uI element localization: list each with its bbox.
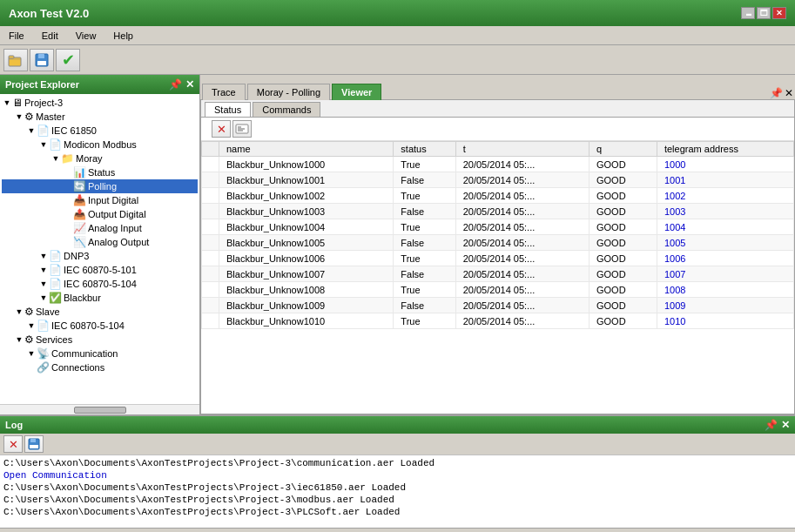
cell-name: Blackbur_Unknow1000: [219, 157, 394, 172]
table-header-status: status: [394, 142, 455, 157]
data-table-container: namestatustqtelegram address Blackbur_Un…: [201, 141, 794, 414]
check-button[interactable]: ✔: [56, 49, 80, 71]
table-row[interactable]: Blackbur_Unknow1006True20/05/2014 05:...…: [202, 251, 794, 266]
minimize-button[interactable]: 🗕: [741, 7, 755, 19]
statusbar: Ready: [0, 528, 795, 532]
tree-node-iec-61850[interactable]: ▼📄IEC 61850: [2, 124, 198, 138]
edit-button[interactable]: [232, 120, 252, 138]
cell-timestamp: 20/05/2014 05:...: [455, 188, 589, 204]
table-body: Blackbur_Unknow1000True20/05/2014 05:...…: [202, 157, 794, 329]
log-header: Log 📌 ✕: [0, 416, 795, 434]
save-button[interactable]: [30, 49, 54, 71]
table-row[interactable]: Blackbur_Unknow1010True20/05/2014 05:...…: [202, 313, 794, 329]
tree-node-communication[interactable]: ▼📡Communication: [2, 347, 198, 360]
cell-timestamp: 20/05/2014 05:...: [455, 204, 589, 219]
cell-timestamp: 20/05/2014 05:...: [455, 235, 589, 251]
maximize-button[interactable]: 🗖: [757, 7, 771, 19]
tree-node-iec-60870-5-104[interactable]: ▼📄IEC 60870-5-104: [2, 319, 198, 333]
toolbar: ✔: [0, 45, 795, 75]
tree-node-status[interactable]: 📊Status: [2, 165, 198, 179]
close-button[interactable]: ✕: [772, 7, 786, 19]
app-title: Axon Test V2.0: [9, 7, 89, 20]
cell-timestamp: 20/05/2014 05:...: [455, 282, 589, 298]
cell-timestamp: 20/05/2014 05:...: [455, 313, 589, 329]
table-header-name: name: [219, 142, 394, 157]
tree-node-input-digital[interactable]: 📥Input Digital: [2, 193, 198, 207]
cell-telegram: 1007: [657, 266, 793, 282]
log-area: Log 📌 ✕ ✕ C:\Users\Axon\Documents\AxonTe…: [0, 414, 795, 528]
content-close-icon[interactable]: ✕: [785, 87, 793, 99]
log-pin-icon[interactable]: 📌: [765, 419, 778, 431]
content-pin-icon[interactable]: 📌: [770, 87, 783, 99]
table-row[interactable]: Blackbur_Unknow1001False20/05/2014 05:..…: [202, 172, 794, 188]
cell-timestamp: 20/05/2014 05:...: [455, 251, 589, 266]
cell-timestamp: 20/05/2014 05:...: [455, 219, 589, 235]
tree-node-slave[interactable]: ▼⚙Slave: [2, 305, 198, 319]
tree-node-modicon-modbus[interactable]: ▼📄Modicon Modbus: [2, 138, 198, 152]
explorer-pin-icon[interactable]: 📌: [169, 78, 182, 91]
tree-node-master[interactable]: ▼⚙Master: [2, 110, 198, 124]
table-row[interactable]: Blackbur_Unknow1008True20/05/2014 05:...…: [202, 282, 794, 298]
cell-status: False: [394, 235, 455, 251]
cell-status: True: [394, 251, 455, 266]
tree-node-output-digital[interactable]: 📤Output Digital: [2, 207, 198, 221]
menu-item-file[interactable]: File: [3, 29, 30, 43]
log-save-button[interactable]: [24, 435, 44, 453]
tabs-left: TraceMoray - PollingViewer: [202, 83, 381, 99]
table-row[interactable]: Blackbur_Unknow1003False20/05/2014 05:..…: [202, 204, 794, 219]
table-row[interactable]: Blackbur_Unknow1004True20/05/2014 05:...…: [202, 219, 794, 235]
delete-button[interactable]: ✕: [212, 120, 231, 138]
cell-timestamp: 20/05/2014 05:...: [455, 172, 589, 188]
cell-quality: GOOD: [590, 282, 657, 298]
cell-quality: GOOD: [590, 204, 657, 219]
tab-trace[interactable]: Trace: [202, 84, 246, 100]
tab-status[interactable]: Status: [205, 102, 251, 117]
cell-quality: GOOD: [590, 188, 657, 204]
data-table: namestatustqtelegram address Blackbur_Un…: [201, 141, 794, 329]
cell-telegram: 1002: [657, 188, 793, 204]
tree-expand-icon: ▼: [51, 154, 61, 163]
table-header-t: t: [455, 142, 589, 157]
table-row[interactable]: Blackbur_Unknow1005False20/05/2014 05:..…: [202, 235, 794, 251]
tree-node-iec-60870-5-104[interactable]: ▼📄IEC 60870-5-104: [2, 277, 198, 291]
table-header-telegram-address: telegram address: [657, 142, 793, 157]
cell-name: Blackbur_Unknow1003: [219, 204, 394, 219]
cell-name: Blackbur_Unknow1010: [219, 313, 394, 329]
tree-node-dnp3[interactable]: ▼📄DNP3: [2, 249, 198, 263]
tree-node-analog-output[interactable]: 📉Analog Output: [2, 235, 198, 249]
tab-viewer[interactable]: Viewer: [332, 84, 381, 100]
tree-node-blackbur[interactable]: ▼✅Blackbur: [2, 291, 198, 305]
tree-node-analog-input[interactable]: 📈Analog Input: [2, 221, 198, 235]
cell-name: Blackbur_Unknow1007: [219, 266, 394, 282]
menu-item-help[interactable]: Help: [108, 29, 138, 43]
explorer-close-icon[interactable]: ✕: [185, 78, 194, 91]
tree-node-moray[interactable]: ▼📁Moray: [2, 152, 198, 165]
table-row[interactable]: Blackbur_Unknow1007False20/05/2014 05:..…: [202, 266, 794, 282]
tree-node-connections[interactable]: 🔗Connections: [2, 360, 198, 374]
cell-quality: GOOD: [590, 313, 657, 329]
row-indicator: [202, 313, 219, 329]
row-indicator: [202, 298, 219, 313]
log-close-icon[interactable]: ✕: [781, 419, 790, 431]
table-row[interactable]: Blackbur_Unknow1002True20/05/2014 05:...…: [202, 188, 794, 204]
log-clear-button[interactable]: ✕: [3, 435, 23, 453]
menu-item-view[interactable]: View: [71, 29, 102, 43]
table-row[interactable]: Blackbur_Unknow1009False20/05/2014 05:..…: [202, 298, 794, 313]
row-indicator: [202, 188, 219, 204]
cell-telegram: 1001: [657, 172, 793, 188]
titlebar: Axon Test V2.0 🗕 🗖 ✕: [0, 0, 795, 26]
table-row[interactable]: Blackbur_Unknow1000True20/05/2014 05:...…: [202, 157, 794, 172]
menu-item-edit[interactable]: Edit: [37, 29, 64, 43]
cell-telegram: 1000: [657, 157, 793, 172]
tab-commands[interactable]: Commands: [253, 102, 320, 117]
log-line: C:\Users\Axon\Documents\AxonTestProjects…: [3, 481, 792, 494]
cell-timestamp: 20/05/2014 05:...: [455, 298, 589, 313]
tree-expand-icon: ▼: [26, 349, 37, 358]
open-button[interactable]: [3, 49, 28, 71]
tree-node-services[interactable]: ▼⚙Services: [2, 333, 198, 347]
tree-node-polling[interactable]: 🔄Polling: [2, 179, 198, 193]
tab-moray---polling[interactable]: Moray - Polling: [247, 84, 330, 100]
cell-telegram: 1008: [657, 282, 793, 298]
tree-node-iec-60870-5-101[interactable]: ▼📄IEC 60870-5-101: [2, 263, 198, 277]
tree-node-project-3[interactable]: ▼🖥Project-3: [2, 96, 198, 110]
